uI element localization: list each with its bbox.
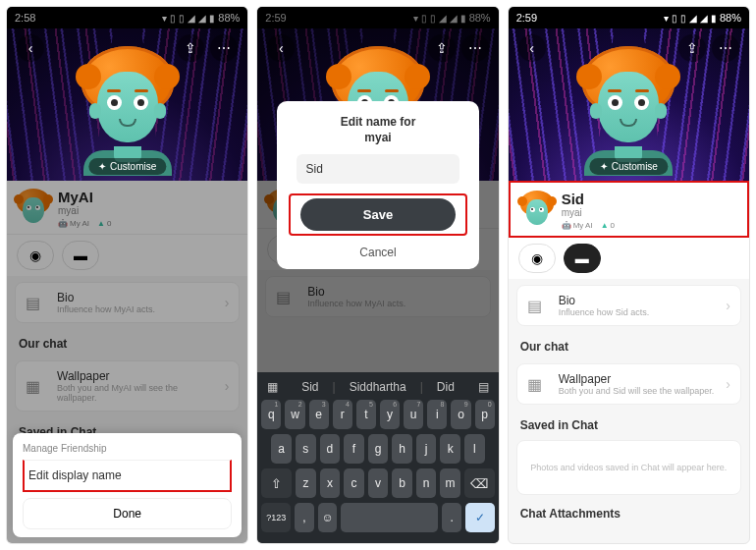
suggestion-3[interactable]: Did <box>437 380 455 394</box>
bio-title: Bio <box>559 294 717 307</box>
username: myai <box>562 207 615 218</box>
saved-empty-state: Photos and videos saved in Chat will app… <box>516 440 741 495</box>
edit-display-name-item[interactable]: Edit display name <box>23 460 232 492</box>
key-n[interactable]: n <box>416 468 437 498</box>
done-button[interactable]: Done <box>23 498 232 529</box>
more-button[interactable]: ⋯ <box>712 34 739 62</box>
key-k[interactable]: k <box>440 434 460 464</box>
key-backspace[interactable]: ⌫ <box>464 468 495 498</box>
sparkle-icon: ✦ <box>600 161 608 172</box>
key-g[interactable]: g <box>368 434 389 464</box>
key-d[interactable]: d <box>320 434 341 464</box>
back-button[interactable]: ‹ <box>518 34 546 62</box>
kb-mic-icon[interactable]: ▤ <box>478 380 489 394</box>
share-button[interactable]: ⇪ <box>678 34 706 62</box>
sim1-icon: ▯ <box>672 13 677 24</box>
key-q[interactable]: q1 <box>261 400 281 429</box>
action-row: ◉ ▬ <box>509 238 749 279</box>
saved-header: Saved in Chat <box>509 411 749 436</box>
key-comma[interactable]: , <box>295 503 314 532</box>
suggestion-2[interactable]: Siddhartha <box>350 380 406 394</box>
camera-icon: ◉ <box>531 250 543 266</box>
key-m[interactable]: m <box>440 468 460 498</box>
key-shift[interactable]: ⇧ <box>261 468 292 498</box>
share-icon: ⇪ <box>436 40 448 56</box>
key-j[interactable]: j <box>416 434 437 464</box>
save-button[interactable]: Save <box>300 198 456 231</box>
key-w[interactable]: w2 <box>285 400 304 429</box>
chat-button[interactable]: ▬ <box>564 244 601 273</box>
share-button[interactable]: ⇪ <box>428 34 456 62</box>
key-r[interactable]: r4 <box>333 400 352 429</box>
camera-button[interactable]: ◉ <box>518 244 556 273</box>
key-c[interactable]: c <box>344 468 364 498</box>
key-v[interactable]: v <box>368 468 389 498</box>
key-h[interactable]: h <box>392 434 412 464</box>
status-time: 2:59 <box>516 12 537 24</box>
sheet-header: Manage Friendship <box>23 441 232 460</box>
key-emoji[interactable]: ☺ <box>318 503 338 532</box>
suggestion-1[interactable]: Sid <box>301 380 318 394</box>
emoji-icon: ☺ <box>321 511 333 524</box>
kb-row-1: q1 w2 e3 r4 t5 y6 u7 i8 o9 p0 <box>261 400 494 429</box>
key-enter[interactable]: ✓ <box>465 503 495 532</box>
chevron-right-icon: › <box>726 298 730 313</box>
more-button[interactable]: ⋯ <box>461 34 489 62</box>
key-a[interactable]: a <box>271 434 292 464</box>
key-e[interactable]: e3 <box>309 400 329 429</box>
edit-name-modal: Edit name for myai Save Cancel <box>277 101 478 269</box>
key-y[interactable]: y6 <box>380 400 400 429</box>
kb-menu-icon[interactable]: ▦ <box>267 380 278 394</box>
key-t[interactable]: t5 <box>356 400 376 429</box>
key-l[interactable]: l <box>464 434 485 464</box>
manage-sheet: Manage Friendship Edit display name Done <box>13 433 242 537</box>
back-button[interactable]: ‹ <box>267 34 295 62</box>
customise-pill[interactable]: ✦ Customise <box>88 158 166 175</box>
display-name: Sid <box>562 191 615 207</box>
shift-icon: ⇧ <box>271 476 282 491</box>
suggestion-bar: ▦ Sid | Siddhartha | Did ▤ <box>261 376 494 400</box>
profile-header: ‹ ⇪ ⋯ ✦ Customise <box>509 28 749 181</box>
key-s[interactable]: s <box>296 434 316 464</box>
wallpaper-sub: Both you and Sid will see the wallpaper. <box>559 386 717 396</box>
keyboard: ▦ Sid | Siddhartha | Did ▤ q1 w2 e3 r4 t… <box>257 372 498 543</box>
key-x[interactable]: x <box>320 468 341 498</box>
profile-row: Sid myai 🤖My AI ▲0 <box>509 181 749 238</box>
phone-screen-3: 2:59 ▾ ▯ ▯ ◢ ◢ ▮ 88% ‹ ⇪ ⋯ ✦ Customise <box>508 6 750 544</box>
key-p[interactable]: p0 <box>475 400 495 429</box>
wallpaper-title: Wallpaper <box>559 372 717 386</box>
key-z[interactable]: z <box>296 468 316 498</box>
key-i[interactable]: i8 <box>427 400 447 429</box>
robot-icon: 🤖 <box>562 221 571 230</box>
chat-icon: ▬ <box>575 250 589 266</box>
wallpaper-card[interactable]: ▦ Wallpaper Both you and Sid will see th… <box>516 363 741 405</box>
badge-streak: ▲0 <box>601 221 615 230</box>
name-input[interactable] <box>297 154 460 184</box>
key-o[interactable]: o9 <box>451 400 470 429</box>
signal-icon: ◢ <box>689 13 697 24</box>
share-button[interactable]: ⇪ <box>177 34 204 62</box>
customise-label: Customise <box>110 161 156 172</box>
avatar-small <box>520 191 554 224</box>
wallpaper-icon: ▦ <box>527 375 549 394</box>
chevron-right-icon: › <box>726 376 730 392</box>
key-u[interactable]: u7 <box>404 400 423 429</box>
key-f[interactable]: f <box>344 434 364 464</box>
cancel-button[interactable]: Cancel <box>289 246 466 259</box>
attachments-header: Chat Attachments <box>509 499 749 524</box>
back-button[interactable]: ‹ <box>17 34 44 62</box>
key-mode[interactable]: ?123 <box>261 503 291 532</box>
kb-row-2: a s d f g h j k l <box>261 434 494 464</box>
key-space[interactable] <box>341 503 438 532</box>
more-icon: ⋯ <box>468 40 482 56</box>
status-icons: ▾ ▯ ▯ ◢ ◢ ▮ 88% <box>664 12 741 24</box>
more-icon: ⋯ <box>719 40 732 56</box>
avatar-large <box>574 46 682 154</box>
more-button[interactable]: ⋯ <box>210 34 238 62</box>
bio-card[interactable]: ▤ Bio Influence how Sid acts. › <box>516 285 741 326</box>
key-b[interactable]: b <box>392 468 412 498</box>
kb-row-3: ⇧ z x c v b n m ⌫ <box>261 468 494 498</box>
customise-pill[interactable]: ✦ Customise <box>590 158 668 175</box>
key-period[interactable]: . <box>442 503 461 532</box>
battery-percent: 88% <box>720 12 741 24</box>
